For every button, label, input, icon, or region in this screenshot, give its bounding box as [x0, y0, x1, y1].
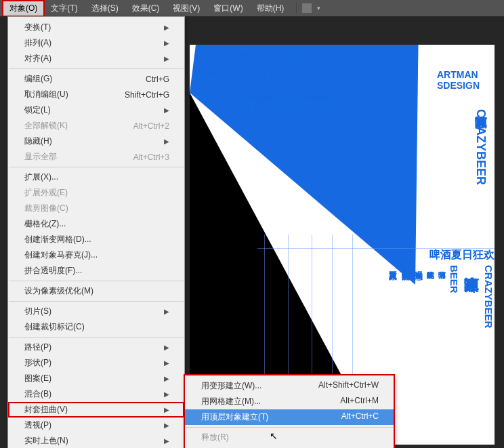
menu-help[interactable]: 帮助(H): [250, 1, 291, 16]
menu-item-label: 封套扭曲(V): [24, 404, 68, 415]
menu-item[interactable]: 创建裁切标记(C): [8, 319, 184, 335]
menubar-divider: [296, 3, 297, 14]
menu-item-label: 全部解锁(K): [24, 120, 68, 131]
art-text-small: 纯生啤酒清爽夏日啤酒节邀您畅饮: [233, 95, 332, 102]
art-text-leftcols: 疯凉 狂: [194, 65, 218, 89]
chevron-right-icon: ▶: [164, 390, 169, 398]
menu-item[interactable]: 取消编组(U)Shift+Ctrl+G: [8, 87, 184, 102]
menu-item-label: 形状(P): [24, 357, 51, 369]
menu-shortcut: Ctrl+G: [146, 75, 169, 84]
menu-item[interactable]: 排列(A)▶: [8, 35, 184, 51]
menu-item-label: 创建裁切标记(C): [24, 321, 85, 333]
menu-item[interactable]: 封套扭曲(V)▶: [8, 402, 184, 418]
object-menu-dropdown[interactable]: 变换(T)▶排列(A)▶对齐(A)▶编组(G)Ctrl+G取消编组(U)Shif…: [7, 16, 185, 448]
art-text-vert: 冰爽啤酒节 CRAZYBEER: [473, 106, 489, 185]
submenu-item-label: 用网格建立(M)...: [201, 396, 261, 407]
menu-item[interactable]: 变换(T)▶: [8, 20, 184, 35]
menu-item-label: 显示全部: [24, 151, 57, 163]
menu-select[interactable]: 选择(S): [85, 1, 125, 16]
art-right-horiz: 啤酒夏日狂欢: [400, 248, 495, 262]
chevron-right-icon: ▶: [164, 138, 169, 145]
menu-item[interactable]: 对齐(A)▶: [8, 51, 184, 66]
submenu-item-label: 释放(R): [201, 432, 229, 443]
submenu-item: 释放(R): [185, 430, 394, 445]
menu-item-label: 取消编组(U): [24, 89, 68, 100]
menu-item-label: 隐藏(H): [24, 136, 52, 147]
menu-item-label: 扩展外观(E): [24, 187, 68, 199]
menu-item-label: 路径(P): [24, 342, 51, 353]
menu-item: 扩展外观(E): [8, 185, 184, 201]
menu-shortcut: Shift+Ctrl+G: [125, 90, 169, 100]
menu-separator: [9, 301, 184, 302]
menu-separator: [9, 167, 184, 167]
menu-separator: [9, 281, 184, 281]
menu-item-label: 切片(S): [24, 306, 51, 317]
menu-item-label: 锁定(L): [24, 104, 51, 116]
menu-item: 显示全部Alt+Ctrl+3: [8, 149, 184, 165]
chevron-down-icon[interactable]: ▾: [317, 5, 320, 12]
menu-item[interactable]: 创建对象马赛克(J)...: [8, 247, 184, 263]
submenu-item[interactable]: 用网格建立(M)...Alt+Ctrl+M: [185, 394, 394, 409]
envelope-distort-submenu[interactable]: 用变形建立(W)...Alt+Shift+Ctrl+W用网格建立(M)...Al…: [184, 375, 394, 448]
chevron-right-icon: ▶: [164, 55, 169, 62]
menu-item: 全部解锁(K)Alt+Ctrl+2: [8, 118, 184, 134]
submenu-item[interactable]: 用顶层对象建立(T)Alt+Ctrl+C: [185, 409, 394, 425]
menu-separator: [186, 427, 393, 428]
menu-item[interactable]: 图案(E)▶: [8, 371, 184, 386]
menu-shortcut: Alt+Ctrl+3: [133, 152, 169, 162]
submenu-item[interactable]: 用变形建立(W)...Alt+Shift+Ctrl+W: [185, 378, 394, 394]
menu-shortcut: Alt+Ctrl+C: [341, 411, 379, 423]
menu-item[interactable]: 扩展(X)...: [8, 169, 184, 185]
chevron-right-icon: ▶: [164, 375, 169, 382]
menu-item[interactable]: 创建渐变网格(D)...: [8, 232, 184, 247]
menu-item: 裁剪图像(C): [8, 201, 184, 216]
chevron-right-icon: ▶: [164, 437, 169, 445]
chevron-right-icon: ▶: [164, 344, 169, 351]
menu-item-label: 变换(T): [24, 22, 51, 33]
menu-item-label: 编组(G): [24, 73, 52, 85]
menu-shortcut: Alt+Ctrl+2: [133, 121, 169, 131]
menu-item-label: 排列(A): [24, 37, 51, 49]
menu-item-label: 实时上色(N): [24, 435, 68, 447]
menu-item[interactable]: 形状(P)▶: [8, 355, 184, 371]
chevron-right-icon: ▶: [164, 106, 169, 114]
menu-item[interactable]: 栅格化(Z)...: [8, 216, 184, 232]
menubar: 对象(O) 文字(T) 选择(S) 效果(C) 视图(V) 窗口(W) 帮助(H…: [0, 0, 504, 16]
menu-item-label: 混合(B): [24, 388, 51, 400]
menu-item-label: 对齐(A): [24, 53, 51, 64]
menu-type[interactable]: 文字(T): [44, 1, 84, 16]
chevron-right-icon: ▶: [164, 39, 169, 47]
menu-shortcut: Alt+Ctrl+M: [340, 396, 379, 407]
menu-effect[interactable]: 效果(C): [125, 1, 167, 16]
menu-item-label: 图案(E): [24, 373, 51, 384]
chevron-right-icon: ▶: [164, 359, 169, 367]
art-text-side: ARTMAN SDESIGN: [437, 69, 480, 91]
menu-item[interactable]: 路径(P)▶: [8, 340, 184, 355]
menu-window[interactable]: 窗口(W): [207, 1, 249, 16]
menu-item[interactable]: 编组(G)Ctrl+G: [8, 71, 184, 87]
menu-item[interactable]: 混合(B)▶: [8, 386, 184, 402]
menu-item-label: 透视(P): [24, 420, 51, 431]
chevron-right-icon: ▶: [164, 308, 169, 315]
menu-separator: [9, 337, 184, 338]
submenu-item-label: 用顶层对象建立(T): [201, 411, 268, 423]
menu-item[interactable]: 透视(P)▶: [8, 418, 184, 433]
art-text-fest: COLDBEERFESTIVAL: [233, 104, 333, 115]
menu-item[interactable]: 拼合透明度(F)...: [8, 263, 184, 279]
art-text-top: 啤酒狂欢节 纯色啤酒夏日狂欢: [195, 49, 383, 64]
menu-item-label: 拼合透明度(F)...: [24, 265, 82, 277]
menu-item[interactable]: 切片(S)▶: [8, 304, 184, 319]
menu-item[interactable]: 锁定(L)▶: [8, 102, 184, 118]
menu-shortcut: Alt+Shift+Ctrl+W: [318, 380, 379, 392]
menu-item[interactable]: 实时上色(N)▶: [8, 433, 184, 448]
tool-icon[interactable]: [302, 3, 312, 13]
submenu-item-label: 用变形建立(W)...: [201, 380, 261, 392]
chevron-right-icon: ▶: [164, 406, 169, 413]
menu-object[interactable]: 对象(O): [3, 1, 44, 16]
menu-item[interactable]: 隐藏(H)▶: [8, 134, 184, 149]
menu-item-label: 设为像素级优化(M): [24, 285, 93, 297]
menu-item[interactable]: 设为像素级优化(M): [8, 283, 184, 299]
menu-view[interactable]: 视图(V): [166, 1, 207, 16]
art-right-block: 啤酒夏日狂欢 CRAZYBEER 冰爽啤酒 BEER 啤酒节 纯生啤酒 邀您喝 …: [400, 248, 495, 328]
menu-item-label: 扩展(X)...: [24, 171, 58, 183]
